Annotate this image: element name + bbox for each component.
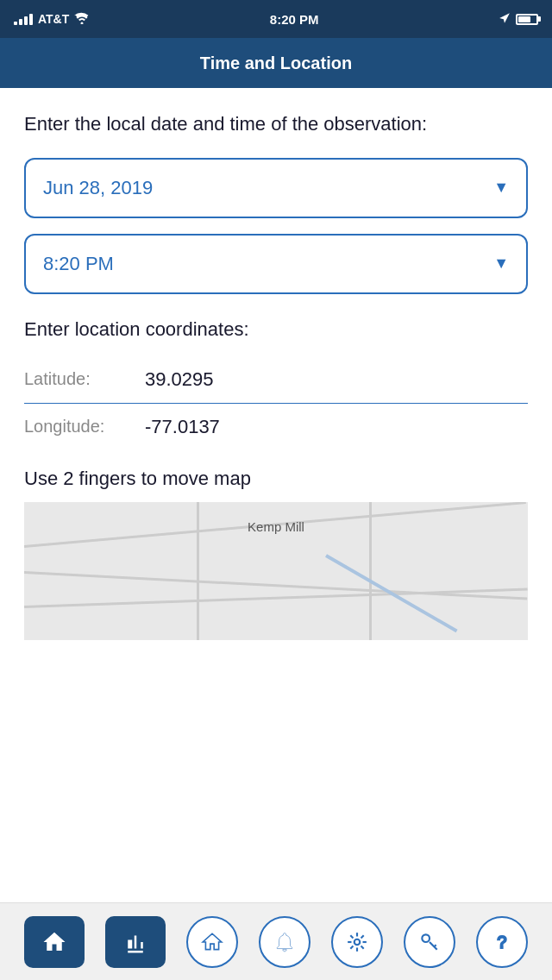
question-outline-button[interactable]: ? — [476, 916, 528, 968]
status-left: AT&T — [14, 12, 90, 27]
home-solid-button[interactable] — [24, 916, 85, 968]
time-chevron-down-icon: ▼ — [493, 254, 509, 273]
time-dropdown[interactable]: 8:20 PM ▼ — [24, 234, 528, 294]
svg-text:?: ? — [498, 932, 507, 951]
map-place-label: Kemp Mill — [248, 519, 304, 534]
key-outline-button[interactable] — [404, 916, 455, 968]
latitude-value: 39.0295 — [145, 368, 214, 391]
date-section-label: Enter the local date and time of the obs… — [24, 112, 528, 137]
date-value: Jun 28, 2019 — [43, 177, 153, 199]
page-title: Time and Location — [200, 53, 352, 73]
time-value: 8:20 PM — [43, 253, 114, 275]
location-arrow-icon — [499, 12, 511, 27]
satellite-outline-button[interactable] — [331, 916, 383, 968]
satellite-outline-icon — [346, 931, 368, 953]
bottom-toolbar: ? — [0, 902, 552, 980]
chart-solid-button[interactable] — [105, 916, 166, 968]
date-chevron-down-icon: ▼ — [493, 179, 509, 197]
map-view[interactable]: Kemp Mill — [24, 502, 528, 640]
svg-line-5 — [350, 935, 353, 938]
home-outline-button[interactable] — [186, 916, 238, 968]
longitude-row: Longitude: -77.0137 — [24, 404, 528, 450]
coord-section-label: Enter location coordinates: — [24, 318, 528, 341]
svg-line-6 — [361, 945, 364, 948]
key-outline-icon — [418, 931, 441, 953]
question-outline-icon: ? — [491, 931, 513, 953]
bell-outline-icon — [273, 931, 296, 953]
date-dropdown[interactable]: Jun 28, 2019 ▼ — [24, 158, 528, 218]
svg-line-11 — [434, 945, 436, 946]
home-solid-icon — [41, 929, 67, 955]
svg-line-7 — [350, 945, 353, 948]
longitude-label: Longitude: — [24, 417, 145, 437]
map-instruction: Use 2 fingers to move map — [24, 468, 528, 490]
svg-point-0 — [354, 939, 361, 945]
status-right — [499, 12, 538, 27]
status-bar: AT&T 8:20 PM — [0, 0, 552, 38]
carrier-label: AT&T — [38, 12, 69, 26]
battery-icon — [516, 14, 538, 25]
latitude-row: Latitude: 39.0295 — [24, 356, 528, 404]
status-time: 8:20 PM — [270, 12, 319, 27]
wifi-icon — [74, 12, 90, 27]
longitude-value: -77.0137 — [145, 416, 220, 438]
svg-line-8 — [361, 935, 364, 938]
home-outline-icon — [201, 931, 223, 953]
latitude-label: Latitude: — [24, 369, 145, 389]
signal-bars-icon — [14, 14, 33, 25]
svg-point-9 — [422, 934, 430, 942]
nav-header: Time and Location — [0, 38, 552, 88]
main-content: Enter the local date and time of the obs… — [0, 88, 552, 640]
chart-solid-icon — [122, 929, 148, 955]
bell-outline-button[interactable] — [259, 916, 310, 968]
